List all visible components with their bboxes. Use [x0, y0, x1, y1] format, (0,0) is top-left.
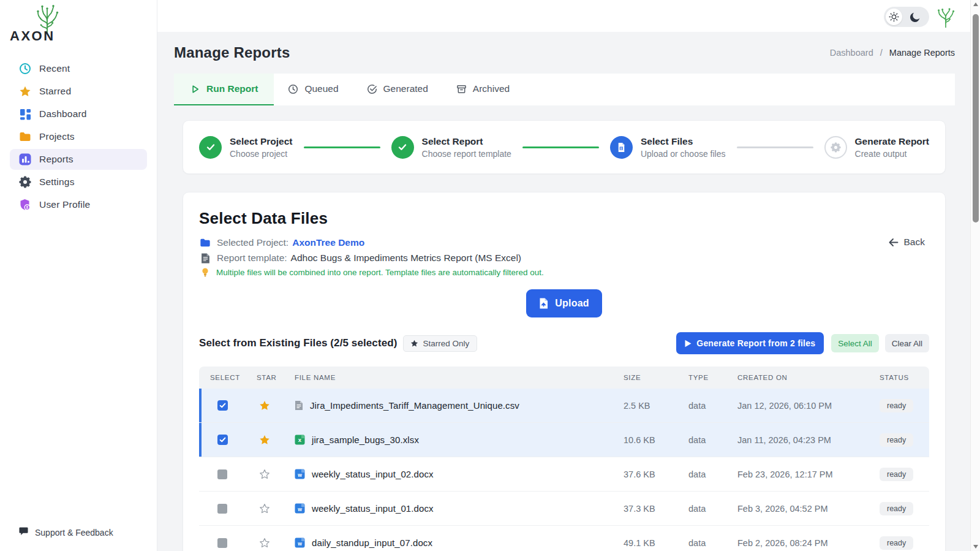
- tip-row: Multiple files will be combined into one…: [199, 268, 929, 277]
- row-status-cell: ready: [875, 502, 929, 515]
- col-created-on: CREATED ON: [731, 374, 875, 381]
- breadcrumb-dashboard[interactable]: Dashboard: [830, 48, 873, 58]
- row-status-cell: ready: [875, 536, 929, 550]
- scrollbar[interactable]: [970, 0, 980, 551]
- table-header: SELECT STAR FILE NAME SIZE TYPE CREATED …: [199, 367, 929, 389]
- lightbulb-icon: [199, 268, 211, 277]
- light-mode-knob[interactable]: [886, 9, 902, 25]
- row-checkbox[interactable]: [217, 435, 228, 445]
- support-feedback-link[interactable]: Support & Feedback: [19, 526, 113, 538]
- file-created-on: Jan 11, 2026, 04:23 PM: [731, 435, 875, 445]
- tab-queued[interactable]: Queued: [274, 74, 352, 105]
- step-select-files: Select Files Upload or choose files: [610, 136, 726, 159]
- table-row[interactable]: w weekly_status_input_01.docx 37.3 KB da…: [199, 492, 929, 526]
- status-badge: ready: [880, 433, 913, 447]
- table-row[interactable]: w daily_standup_input_07.docx 49.1 KB da…: [199, 526, 929, 551]
- theme-toggle[interactable]: [884, 7, 929, 27]
- sidebar-item-starred[interactable]: Starred: [10, 81, 147, 102]
- row-name-cell: Jira_Impediments_Tariff_Management_Uniqu…: [284, 400, 617, 411]
- back-button[interactable]: Back: [888, 237, 925, 248]
- step-select-project: Select Project Choose project: [199, 136, 293, 159]
- tabstrip: Run Report Queued Generated: [174, 74, 955, 105]
- step-subtitle: Upload or choose files: [641, 149, 726, 159]
- sidebar-item-reports[interactable]: Reports: [10, 149, 147, 170]
- tip-text: Multiple files will be combined into one…: [216, 268, 544, 277]
- sidebar-item-projects[interactable]: Projects: [10, 126, 147, 147]
- generate-report-button[interactable]: Generate Report from 2 files: [676, 332, 824, 354]
- scroll-up-arrow[interactable]: [973, 2, 978, 6]
- star-icon: [410, 340, 418, 348]
- moon-icon[interactable]: [909, 10, 922, 26]
- file-name: jira_sample_bugs_30.xlsx: [312, 435, 419, 445]
- star-toggle[interactable]: [259, 538, 270, 549]
- breadcrumb: Dashboard / Manage Reports: [830, 48, 955, 58]
- sidebar-item-label: Reports: [39, 154, 74, 165]
- scrollbar-thumb[interactable]: [973, 14, 979, 222]
- step-connector: [737, 146, 813, 148]
- row-star-cell: [246, 538, 284, 549]
- play-icon: [190, 84, 200, 94]
- tab-run-report[interactable]: Run Report: [174, 74, 274, 105]
- row-status-cell: ready: [875, 433, 929, 447]
- star-toggle[interactable]: [259, 503, 270, 514]
- star-toggle[interactable]: [259, 400, 270, 411]
- step-title: Select Files: [641, 136, 726, 147]
- app-logo[interactable]: AXON: [0, 0, 157, 55]
- sidebar-item-recent[interactable]: Recent: [10, 58, 147, 79]
- row-select-cell: [199, 435, 246, 445]
- sidebar-item-label: User Profile: [39, 199, 90, 210]
- tab-archived[interactable]: Archived: [442, 74, 524, 105]
- files-table: SELECT STAR FILE NAME SIZE TYPE CREATED …: [199, 367, 929, 551]
- select-all-button[interactable]: Select All: [831, 334, 879, 352]
- step-connector: [304, 146, 380, 148]
- panel-title: Select Data Files: [199, 209, 929, 228]
- row-checkbox[interactable]: [217, 538, 227, 548]
- row-select-cell: [199, 538, 246, 548]
- starred-only-toggle[interactable]: Starred Only: [403, 335, 477, 352]
- row-name-cell: w weekly_status_input_01.docx: [284, 503, 617, 514]
- table-row[interactable]: Jira_Impediments_Tariff_Management_Uniqu…: [199, 389, 929, 423]
- row-star-cell: [246, 400, 284, 411]
- report-template-label: Report template:: [217, 253, 287, 264]
- sidebar-item-label: Dashboard: [39, 108, 87, 120]
- selected-project-label: Selected Project:: [217, 237, 288, 248]
- row-name-cell: w daily_standup_input_07.docx: [284, 538, 617, 548]
- existing-files-title: Select from Existing Files (2/5 selected…: [199, 337, 397, 349]
- play-icon: [685, 340, 692, 348]
- row-checkbox[interactable]: [217, 504, 227, 514]
- tab-generated[interactable]: Generated: [353, 74, 442, 105]
- upload-button[interactable]: Upload: [526, 289, 601, 317]
- row-checkbox[interactable]: [217, 469, 227, 479]
- col-type: TYPE: [682, 374, 731, 381]
- sidebar-item-settings[interactable]: Settings: [10, 172, 147, 192]
- excel-file-icon: x: [295, 435, 305, 445]
- back-label: Back: [904, 237, 925, 248]
- selected-project-link[interactable]: AxonTree Demo: [292, 237, 364, 248]
- row-checkbox[interactable]: [217, 400, 228, 411]
- archive-box-icon: [456, 84, 467, 94]
- file-name: weekly_status_input_02.docx: [312, 469, 434, 479]
- sidebar-item-user-profile[interactable]: User Profile: [10, 194, 147, 215]
- table-row[interactable]: w weekly_status_input_02.docx 37.6 KB da…: [199, 457, 929, 492]
- sidebar-item-label: Projects: [39, 131, 75, 142]
- file-size: 10.6 KB: [617, 435, 682, 445]
- step-done-icon: [199, 136, 222, 159]
- chat-bubble-icon: [19, 526, 28, 538]
- app-name: AXON: [10, 28, 55, 44]
- sidebar-item-dashboard[interactable]: Dashboard: [10, 104, 147, 124]
- step-connector: [522, 146, 599, 148]
- scroll-down-arrow[interactable]: [973, 545, 978, 549]
- table-row[interactable]: x jira_sample_bugs_30.xlsx 10.6 KB data …: [199, 423, 929, 457]
- step-subtitle: Choose project: [230, 149, 293, 159]
- star-toggle[interactable]: [259, 469, 270, 480]
- star-toggle[interactable]: [259, 435, 270, 446]
- main-area: Manage Reports Dashboard / Manage Report…: [157, 0, 980, 551]
- clear-all-button[interactable]: Clear All: [885, 334, 929, 352]
- file-type: data: [682, 538, 731, 548]
- row-star-cell: [246, 503, 284, 514]
- report-template-row: Report template: Adhoc Bugs & Impediment…: [199, 253, 929, 264]
- starred-only-label: Starred Only: [423, 339, 469, 348]
- topbar: [157, 0, 980, 32]
- file-created-on: Feb 2, 2026, 08:24 PM: [731, 538, 875, 548]
- step-done-icon: [391, 136, 414, 159]
